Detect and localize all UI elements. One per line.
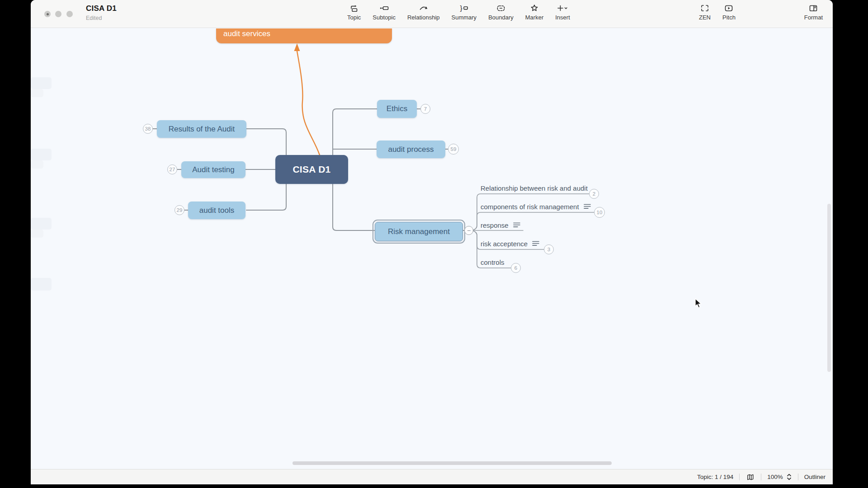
notes-icon [532, 241, 539, 246]
zen-button[interactable]: ZEN [699, 3, 711, 21]
boundary-icon [495, 3, 506, 13]
topic-counter: Topic: 1 / 194 [697, 474, 733, 480]
relationship-icon [418, 3, 429, 13]
count-badge[interactable]: 59 [448, 144, 459, 155]
subtopic-components-risk-management[interactable]: components of risk management [481, 202, 591, 211]
minimize-window-button[interactable] [55, 11, 61, 17]
selection-ring: Risk management [373, 220, 465, 244]
toolbar-format-group: Format [804, 3, 823, 21]
separator [761, 474, 761, 480]
outliner-button[interactable]: Outliner [804, 474, 826, 480]
vertical-scrollbar[interactable] [827, 204, 831, 372]
topic-risk-management[interactable]: Risk management [375, 222, 463, 241]
summary-button[interactable]: } Summary [452, 3, 477, 21]
insert-plus-icon [557, 3, 568, 13]
format-icon [808, 3, 819, 13]
count-badge[interactable]: 7 [420, 104, 430, 114]
topic-audit-tools[interactable]: audit tools [188, 202, 245, 219]
subtopic-response[interactable]: response [481, 221, 520, 230]
statusbar: Topic: 1 / 194 100% Outliner [31, 469, 833, 484]
toolbar-center-group: Topic Subtopic Relationship } [347, 3, 570, 21]
marker-icon [529, 3, 540, 13]
collapse-toggle[interactable]: − [464, 226, 473, 235]
topic-audit-process[interactable]: audit process [377, 141, 445, 158]
notes-icon [584, 204, 591, 209]
count-badge[interactable]: 10 [594, 207, 605, 218]
record-dot [47, 13, 49, 15]
subtopic-controls[interactable]: controls [481, 258, 505, 267]
topic-icon [349, 3, 359, 13]
topic-audit-testing[interactable]: Audit testing [181, 161, 245, 178]
subtopic-relationship-risk-audit[interactable]: Relationship between risk and audit [481, 183, 588, 192]
count-badge[interactable]: 3 [544, 244, 554, 254]
close-window-button[interactable] [44, 11, 51, 17]
document-status: Edited [86, 15, 117, 21]
map-overview-icon[interactable] [745, 473, 755, 482]
zen-icon [699, 3, 710, 13]
subtopic-icon [379, 3, 390, 13]
zoom-stepper-icon[interactable] [786, 473, 792, 481]
toolbar-right-group: ZEN Pitch [699, 3, 736, 21]
zoom-level: 100% [767, 474, 783, 480]
titlebar: CISA D1 Edited Topic Subtopic [31, 0, 833, 28]
count-badge[interactable]: 29 [175, 205, 184, 215]
separator [739, 474, 740, 480]
topic-audit-services[interactable]: audit services [216, 28, 392, 43]
topic-ethics[interactable]: Ethics [377, 100, 417, 118]
connector-lines [31, 28, 833, 469]
pitch-button[interactable]: Pitch [722, 3, 736, 21]
horizontal-scrollbar[interactable] [292, 461, 612, 465]
summary-icon: } [458, 3, 469, 13]
subtopic-button[interactable]: Subtopic [373, 3, 396, 21]
notes-icon [513, 222, 520, 228]
central-topic[interactable]: CISA D1 [275, 155, 348, 184]
boundary-button[interactable]: Boundary [488, 3, 514, 21]
pitch-icon [723, 3, 734, 13]
svg-text:}: } [460, 4, 462, 12]
count-badge[interactable]: 38 [143, 124, 153, 134]
relationship-button[interactable]: Relationship [407, 3, 440, 21]
marker-button[interactable]: Marker [525, 3, 543, 21]
mouse-cursor [695, 298, 705, 309]
subtopic-risk-acceptence[interactable]: risk acceptence [481, 239, 539, 248]
topic-button[interactable]: Topic [347, 3, 361, 21]
document-title: CISA D1 [86, 4, 117, 13]
mindmap-canvas[interactable]: audit services CISA D1 Results of the Au… [31, 28, 833, 469]
insert-button[interactable]: Insert [555, 3, 570, 21]
app-window: CISA D1 Edited Topic Subtopic [31, 0, 833, 484]
zoom-window-button[interactable] [66, 11, 73, 17]
topic-results-of-the-audit[interactable]: Results of the Audit [157, 120, 246, 138]
relationship-arrow [294, 43, 320, 155]
separator [798, 474, 798, 480]
count-badge[interactable]: 6 [511, 263, 521, 273]
count-badge[interactable]: 27 [167, 164, 177, 174]
format-button[interactable]: Format [804, 3, 823, 21]
count-badge[interactable]: 2 [589, 189, 599, 199]
